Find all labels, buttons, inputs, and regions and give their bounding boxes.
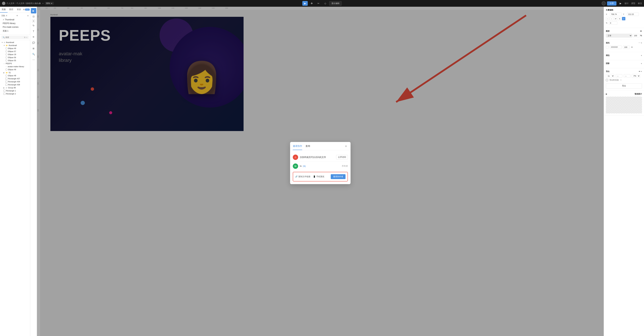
search-input[interactable] (6, 36, 23, 38)
caret-icon: ▶ (3, 87, 5, 89)
layer-ellipse56[interactable]: Ellipse 56 (0, 56, 30, 59)
layer-ellipse55[interactable]: Ellipse 55 (0, 59, 30, 62)
hand-tool-btn[interactable]: ✥ (309, 1, 314, 6)
tab-prototype[interactable]: 原型 (631, 2, 635, 5)
component-tool[interactable]: ⊞ (31, 46, 36, 51)
exit-edit-btn[interactable]: 退出编辑 (329, 1, 342, 6)
select-tool[interactable]: ▶ (31, 8, 36, 14)
diamond-tool-btn[interactable]: ◇ (322, 1, 328, 6)
export-btn[interactable]: 导出 (606, 83, 642, 88)
panel-preview-section: ▶ 预览图片 (604, 91, 644, 116)
collapse-btn[interactable]: ∧ (27, 14, 29, 17)
blend-mode-select[interactable]: 正常 (606, 34, 632, 38)
layer-ellipse57[interactable]: Ellipse 57 (0, 50, 30, 53)
frame-tool[interactable]: ⊡ (31, 14, 36, 19)
share-btn[interactable]: 分享 (607, 1, 616, 6)
fill-color-swatch[interactable] (606, 46, 608, 48)
tab-design[interactable]: 设计 (624, 2, 628, 5)
layer-avatar-maker[interactable]: — avatar-maker library (0, 65, 30, 68)
page-1[interactable]: 页面 1 (1, 29, 29, 33)
layer-peeps[interactable]: — PEEPS (0, 62, 30, 65)
modal-tab-invite[interactable]: 邀请协作 (293, 145, 302, 150)
fill-more-icon[interactable]: ⋯ (638, 42, 640, 44)
tab-page[interactable]: 页面 (0, 7, 8, 12)
modal-close-btn[interactable]: ✕ (344, 145, 348, 149)
stroke-add-icon[interactable]: + (641, 54, 642, 56)
scale-y-icon[interactable]: ↕ (610, 17, 613, 20)
comment-tool[interactable]: 💬 (31, 40, 36, 45)
canvas-area[interactable]: 142 200 300 400 500 600 700 810 900 1000… (37, 7, 604, 336)
phone-preview-btn[interactable]: 📱 手机预览 (313, 175, 324, 178)
rect-icon (3, 93, 6, 95)
y-input[interactable] (627, 12, 639, 16)
play-btn[interactable]: ▶ (618, 1, 623, 6)
caret-icon: ▶ (3, 72, 5, 74)
select-tool-btn[interactable]: ▶ (302, 1, 308, 6)
export-scale-select[interactable]: 1x 2x (606, 74, 614, 78)
tab-ai[interactable]: AINew (22, 7, 30, 12)
layer-ellipse18[interactable]: Ellipse 18 (0, 53, 30, 56)
layer-ellipse48[interactable]: Ellipse 48 (0, 74, 30, 77)
compress-checkbox[interactable] (606, 79, 608, 81)
flip-h-icon[interactable]: ⇄ (614, 17, 617, 20)
layer-rect439[interactable]: Rectangle 439 (0, 80, 30, 83)
rotate-tool[interactable]: ↻ (31, 23, 36, 28)
export-section-title: 导出 ✏ + (606, 70, 642, 73)
export-format-select[interactable]: PNG JPG SVG (632, 74, 640, 78)
public-access-btn[interactable]: 公开访问 (336, 155, 348, 160)
export-suffix-input[interactable] (624, 74, 630, 78)
copy-link-btn[interactable]: 🔗 复制文件链接 (295, 175, 310, 178)
stroke-label: 描边 (606, 54, 610, 56)
tab-annotate[interactable]: 标注 (638, 2, 642, 5)
export-edit-icon[interactable]: ✏ (639, 70, 640, 72)
lock-ratio-icon[interactable]: ⊙ (622, 17, 625, 20)
layer-51[interactable]: ▶ 📁 51 (0, 71, 30, 74)
vertical-toolbar: ▶ ⊡ ⊞ ↻ T ✒ 💬 ⊞ 🔍 ⋯ (30, 7, 37, 336)
layer-rect1[interactable]: Rectangle 1 (0, 89, 30, 92)
layer-ellipse49b[interactable]: Ellipse 49 (0, 68, 30, 71)
more-tool[interactable]: ⋯ (31, 57, 36, 62)
page-peeps[interactable]: PEEPS library (1, 22, 29, 25)
page-premade[interactable]: Pre-made scenes (1, 25, 29, 29)
opacity-input[interactable] (633, 34, 640, 37)
eye-toggle-icon[interactable]: 👁 (640, 30, 642, 32)
layer-rect438[interactable]: Rectangle 438 (0, 83, 30, 86)
layer-ellipse49a[interactable]: Ellipse 49 (0, 47, 30, 50)
fill-add-icon[interactable]: + (641, 42, 642, 44)
eye-fill-icon[interactable]: 👁 (631, 46, 633, 48)
settings-icon[interactable]: ⚙ (24, 36, 26, 38)
zoom-control[interactable]: 99% ▼ (45, 2, 54, 5)
layer-rect2[interactable]: Rectangle 2 (0, 92, 30, 95)
search-icon: 🔍 (3, 36, 5, 38)
breadcrumb-personal[interactable]: 个人文件 (6, 2, 14, 5)
layer-group89[interactable]: ▶ ⊞ Group 89 (0, 86, 30, 89)
add-page-btn[interactable]: + (16, 14, 18, 17)
text-tool[interactable]: T (31, 28, 36, 34)
scale-x-icon[interactable]: ↔ (606, 17, 609, 20)
fill-opacity-input[interactable] (623, 46, 630, 49)
fill-color-input[interactable] (610, 46, 622, 49)
modal-overlay[interactable]: 邀请协作 发布 ✕ ⚠ 仅协同成员可以访问此文件 公开访问 hi (37, 7, 604, 336)
crop-tool[interactable]: ⊞ (32, 20, 35, 22)
shadow-add-icon[interactable]: + (641, 62, 642, 64)
pen-tool[interactable]: ✒ (31, 34, 36, 40)
x-input[interactable] (610, 12, 622, 16)
layer-thumbnail-folder[interactable]: ▼ 📁 thumbnail (0, 44, 30, 47)
zoom-tool[interactable]: 🔍 (31, 52, 36, 57)
page-thumbnail[interactable]: ✓ Thumbnail (1, 18, 29, 22)
collapse-layers-btn[interactable]: ∧ (26, 36, 28, 38)
invite-collaborator-btn[interactable]: 邀请协作者 (331, 174, 346, 179)
rotation-input[interactable] (609, 21, 617, 25)
scissors-tool-btn[interactable]: ✂ (316, 1, 321, 6)
toolbar-center: ▶ ✥ ✂ ◇ 退出编辑 (302, 1, 342, 6)
modal-tab-publish[interactable]: 发布 (306, 145, 310, 150)
export-add-icon[interactable]: + (641, 70, 642, 72)
layer-thumbnail-group[interactable]: ▼ ⊞ thumbnail (0, 41, 30, 44)
panel-layer-section: 图层 👁 正常 % (604, 28, 644, 40)
layer-rect437[interactable]: Rectangle 437 (0, 77, 30, 80)
tab-resource[interactable]: 资源 (15, 7, 23, 12)
flip-v-icon[interactable]: ⇅ (618, 17, 621, 20)
export-scale-input[interactable] (616, 74, 622, 78)
breadcrumb-file[interactable]: 个人文件 / 游戏3D人物头像 (16, 2, 41, 5)
tab-layer[interactable]: 图层 (8, 7, 15, 12)
